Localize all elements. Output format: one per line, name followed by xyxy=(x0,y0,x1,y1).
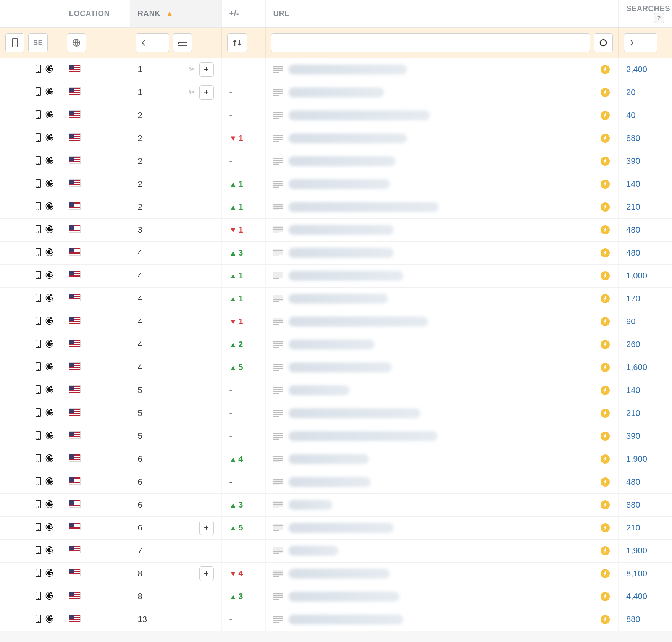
searches-cell[interactable]: 210 xyxy=(619,516,672,539)
header-searches[interactable]: SEARCHES ? xyxy=(619,0,672,27)
url-filter-submit[interactable] xyxy=(594,33,613,52)
lightbulb-icon[interactable] xyxy=(600,339,611,350)
scissor-icon: ✂ xyxy=(189,65,195,74)
lightbulb-icon[interactable] xyxy=(600,316,611,327)
searches-value[interactable]: 40 xyxy=(626,110,635,120)
searches-cell[interactable]: 390 xyxy=(619,150,672,173)
searches-value[interactable]: 210 xyxy=(626,408,640,418)
searches-value[interactable]: 170 xyxy=(626,294,640,303)
lightbulb-icon[interactable] xyxy=(600,568,611,579)
searches-filter-button[interactable] xyxy=(624,33,657,52)
lightbulb-icon[interactable] xyxy=(600,477,611,487)
lightbulb-icon[interactable] xyxy=(600,522,611,533)
lightbulb-icon[interactable] xyxy=(600,247,611,258)
searches-value[interactable]: 390 xyxy=(626,156,640,166)
header-location[interactable]: LOCATION xyxy=(61,0,130,27)
searches-value[interactable]: 4,400 xyxy=(626,592,647,601)
searches-value[interactable]: 880 xyxy=(626,500,640,509)
searches-cell[interactable]: 8,100 xyxy=(619,562,672,585)
searches-cell[interactable]: 210 xyxy=(619,402,672,425)
header-rank[interactable]: RANK ▲ xyxy=(130,0,221,27)
lightbulb-icon[interactable] xyxy=(600,225,611,235)
lightbulb-icon[interactable] xyxy=(600,614,611,625)
searches-cell[interactable]: 880 xyxy=(619,493,672,516)
searches-value[interactable]: 20 xyxy=(626,87,635,97)
searches-value[interactable]: 140 xyxy=(626,179,640,189)
searches-cell[interactable]: 140 xyxy=(619,379,672,402)
searches-value[interactable]: 880 xyxy=(626,133,640,143)
lightbulb-icon[interactable] xyxy=(600,545,611,556)
lightbulb-icon[interactable] xyxy=(600,133,611,144)
add-button[interactable]: + xyxy=(199,566,214,581)
searches-cell[interactable]: 260 xyxy=(619,333,672,356)
searches-cell[interactable]: 480 xyxy=(619,218,672,241)
rank-filter-button[interactable] xyxy=(136,33,169,52)
searches-value[interactable]: 1,000 xyxy=(626,271,647,280)
searches-value[interactable]: 480 xyxy=(626,225,640,234)
searches-cell[interactable]: 880 xyxy=(619,127,672,150)
lightbulb-icon[interactable] xyxy=(600,293,611,304)
searches-value[interactable]: 260 xyxy=(626,340,640,349)
searches-value[interactable]: 210 xyxy=(626,202,640,212)
searches-cell[interactable]: 1,000 xyxy=(619,264,672,287)
lightbulb-icon[interactable] xyxy=(600,87,611,98)
lightbulb-icon[interactable] xyxy=(600,408,611,419)
help-icon[interactable]: ? xyxy=(654,13,664,23)
searches-value[interactable]: 880 xyxy=(626,615,640,624)
search-engine-filter-button[interactable]: SE xyxy=(28,33,48,52)
url-filter-input[interactable] xyxy=(271,33,590,52)
searches-value[interactable]: 390 xyxy=(626,431,640,441)
rank-value: 2 xyxy=(138,202,142,212)
lightbulb-icon[interactable] xyxy=(600,431,611,441)
searches-cell[interactable]: 210 xyxy=(619,196,672,218)
url-cell xyxy=(265,585,619,608)
searches-cell[interactable]: 480 xyxy=(619,241,672,264)
header-url[interactable]: URL xyxy=(265,0,619,27)
header-delta[interactable]: +/- xyxy=(221,0,265,27)
searches-cell[interactable]: 1,900 xyxy=(619,539,672,562)
searches-cell[interactable]: 20 xyxy=(619,81,672,104)
lightbulb-icon[interactable] xyxy=(600,385,611,396)
lightbulb-icon[interactable] xyxy=(600,591,611,602)
lightbulb-icon[interactable] xyxy=(600,110,611,121)
searches-value[interactable]: 1,900 xyxy=(626,546,647,555)
searches-cell[interactable]: 90 xyxy=(619,310,672,333)
delta-filter-button[interactable] xyxy=(227,33,247,52)
lightbulb-icon[interactable] xyxy=(600,500,611,510)
add-button[interactable]: + xyxy=(199,62,214,77)
location-filter-button[interactable] xyxy=(67,33,86,52)
searches-cell[interactable]: 390 xyxy=(619,425,672,448)
searches-value[interactable]: 480 xyxy=(626,477,640,487)
lightbulb-icon[interactable] xyxy=(600,454,611,464)
searches-value[interactable]: 90 xyxy=(626,317,635,326)
searches-cell[interactable]: 480 xyxy=(619,471,672,493)
searches-cell[interactable]: 4,400 xyxy=(619,585,672,608)
lightbulb-icon[interactable] xyxy=(600,156,611,167)
lightbulb-icon[interactable] xyxy=(600,202,611,212)
searches-cell[interactable]: 2,400 xyxy=(619,58,672,81)
device-cell xyxy=(0,150,61,173)
searches-value[interactable]: 2,400 xyxy=(626,65,647,74)
searches-value[interactable]: 210 xyxy=(626,523,640,532)
add-button[interactable]: + xyxy=(199,521,214,535)
add-button[interactable]: + xyxy=(199,85,214,100)
device-filter-button[interactable] xyxy=(5,33,24,52)
lightbulb-icon[interactable] xyxy=(600,362,611,373)
searches-cell[interactable]: 40 xyxy=(619,104,672,127)
searches-cell[interactable]: 170 xyxy=(619,287,672,310)
lightbulb-icon[interactable] xyxy=(600,270,611,281)
lightbulb-icon[interactable] xyxy=(600,64,611,75)
searches-value[interactable]: 140 xyxy=(626,385,640,395)
searches-cell[interactable]: 1,900 xyxy=(619,448,672,471)
searches-value[interactable]: 1,600 xyxy=(626,362,647,372)
searches-cell[interactable]: 880 xyxy=(619,608,672,631)
device-cell xyxy=(0,333,61,356)
rank-list-button[interactable] xyxy=(173,33,192,52)
searches-cell[interactable]: 1,600 xyxy=(619,356,672,379)
lightbulb-icon[interactable] xyxy=(600,179,611,189)
searches-cell[interactable]: 140 xyxy=(619,173,672,196)
delta-value: ▲2 xyxy=(229,340,243,349)
searches-value[interactable]: 480 xyxy=(626,248,640,257)
searches-value[interactable]: 8,100 xyxy=(626,569,647,578)
searches-value[interactable]: 1,900 xyxy=(626,454,647,464)
